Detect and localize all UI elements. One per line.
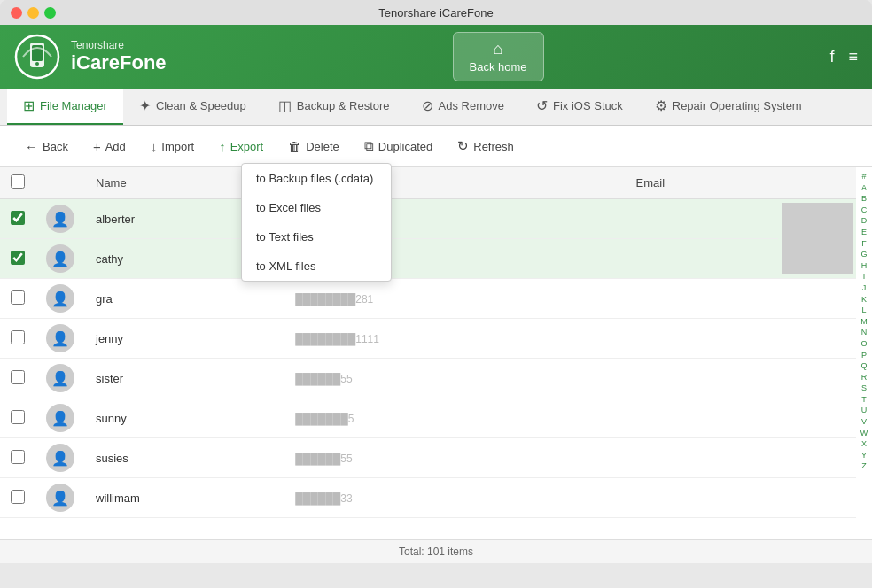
alpha-letter-x[interactable]: X	[861, 438, 867, 450]
row-checkbox[interactable]	[11, 251, 25, 265]
alpha-letter-n[interactable]: N	[861, 327, 868, 338]
table-row: 👤 jenny ████████1111	[0, 319, 856, 359]
phone-blurred: ████████281	[295, 293, 373, 306]
row-checkbox[interactable]	[11, 450, 25, 464]
tab-fix-ios[interactable]: ↺ Fix iOS Stuck	[520, 89, 639, 125]
export-option-excel[interactable]: to Excel files	[242, 193, 391, 222]
tab-file-manager-label: File Manager	[40, 99, 107, 112]
repair-icon: ⚙	[655, 97, 667, 114]
contacts-table: Name Phone Email 👤	[0, 167, 856, 518]
row-checkbox[interactable]	[11, 330, 25, 344]
titlebar: Tenorshare iCareFone	[0, 0, 872, 25]
row-email	[626, 319, 778, 359]
row-checkbox[interactable]	[11, 370, 25, 384]
import-button[interactable]: ↓ Import	[140, 134, 205, 159]
backup-icon: ◫	[278, 97, 292, 114]
alpha-letter-a[interactable]: A	[861, 182, 867, 194]
alpha-letter-s[interactable]: S	[861, 383, 867, 394]
alpha-letter-o[interactable]: O	[860, 338, 867, 350]
alpha-letter-y[interactable]: Y	[861, 450, 867, 461]
tab-backup-restore[interactable]: ◫ Backup & Restore	[262, 89, 406, 125]
row-avatar-cell: 👤	[35, 438, 85, 478]
toolbar: ← Back + Add ↓ Import ↑ Export 🗑 Delete …	[0, 126, 872, 167]
add-icon: +	[93, 139, 101, 154]
svg-point-3	[35, 62, 39, 66]
alpha-letter-g[interactable]: G	[860, 249, 867, 260]
row-checkbox[interactable]	[11, 290, 25, 305]
alpha-letter-c[interactable]: C	[861, 205, 868, 216]
row-checkbox-cell	[0, 398, 35, 438]
window-controls[interactable]	[11, 7, 56, 19]
alpha-letter-k[interactable]: K	[861, 294, 867, 306]
refresh-button[interactable]: ↻ Refresh	[447, 133, 525, 159]
alpha-letter-e[interactable]: E	[861, 227, 867, 238]
export-label: Export	[230, 140, 264, 153]
alpha-letter-#[interactable]: #	[861, 171, 866, 182]
row-phone: ████████1111	[284, 319, 625, 359]
duplicated-button[interactable]: ⧉ Duplicated	[354, 133, 443, 159]
export-button[interactable]: ↑ Export	[208, 134, 274, 159]
maximize-button[interactable]	[44, 7, 56, 19]
export-option-cdata[interactable]: to Backup files (.cdata)	[242, 164, 391, 193]
avatar: 👤	[46, 324, 74, 352]
alpha-letter-b[interactable]: B	[861, 193, 867, 205]
alpha-letter-r[interactable]: R	[861, 372, 868, 383]
tab-repair-os[interactable]: ⚙ Repair Operating System	[639, 89, 818, 125]
table-wrapper[interactable]: Name Phone Email 👤	[0, 167, 856, 539]
alpha-letter-h[interactable]: H	[861, 260, 868, 272]
alpha-letter-w[interactable]: W	[860, 428, 868, 439]
alphabet-sidebar[interactable]: #ABCDEFGHIJKLMNOPQRSTUVWXYZ	[856, 167, 872, 539]
select-all-checkbox[interactable]	[11, 174, 25, 189]
header-avatar-preview	[778, 167, 856, 199]
row-checkbox[interactable]	[11, 490, 25, 504]
facebook-icon[interactable]: f	[829, 48, 834, 66]
row-name: sunny	[85, 398, 284, 438]
add-label: Add	[105, 140, 126, 153]
row-checkbox-cell	[0, 478, 35, 518]
alpha-letter-z[interactable]: Z	[861, 460, 867, 472]
file-manager-icon: ⊞	[23, 97, 35, 114]
row-name: sister	[85, 359, 284, 398]
alpha-letter-p[interactable]: P	[861, 350, 867, 361]
alpha-letter-j[interactable]: J	[862, 282, 867, 294]
tab-ads-remove[interactable]: ⊘ Ads Remove	[406, 89, 520, 125]
table-row: 👤 sister ██████55	[0, 359, 856, 398]
menu-icon[interactable]: ≡	[848, 48, 858, 66]
status-bar: Total: 101 items	[0, 539, 872, 563]
alpha-letter-v[interactable]: V	[861, 416, 867, 428]
back-button[interactable]: ← Back	[14, 134, 79, 159]
export-dropdown: to Backup files (.cdata) to Excel files …	[241, 163, 392, 282]
minimize-button[interactable]	[27, 7, 39, 19]
row-email	[626, 478, 778, 518]
row-phone: ████████281	[284, 279, 625, 319]
table-header: Name Phone Email	[0, 167, 856, 199]
duplicated-label: Duplicated	[378, 140, 432, 153]
alpha-letter-i[interactable]: I	[863, 271, 866, 282]
row-checkbox[interactable]	[11, 211, 25, 225]
alpha-letter-d[interactable]: D	[861, 215, 868, 227]
export-option-xml[interactable]: to XML files	[242, 251, 391, 281]
alpha-letter-m[interactable]: M	[860, 316, 868, 328]
tab-file-manager[interactable]: ⊞ File Manager	[7, 89, 123, 125]
alpha-letter-t[interactable]: T	[861, 394, 867, 406]
add-button[interactable]: + Add	[82, 134, 136, 159]
alpha-letter-u[interactable]: U	[861, 405, 868, 416]
alpha-letter-f[interactable]: F	[861, 238, 867, 250]
avatar: 👤	[46, 444, 74, 472]
row-phone: ██████55	[284, 438, 625, 478]
row-checkbox[interactable]	[11, 410, 25, 424]
tab-clean-speedup[interactable]: ✦ Clean & Speedup	[123, 89, 262, 125]
phone-blurred: ██████33	[295, 492, 352, 505]
back-home-button[interactable]: ⌂ Back home	[453, 32, 544, 81]
tab-clean-speedup-label: Clean & Speedup	[156, 99, 246, 112]
clean-icon: ✦	[139, 97, 151, 114]
alpha-letter-q[interactable]: Q	[860, 360, 867, 372]
export-option-text[interactable]: to Text files	[242, 222, 391, 251]
row-checkbox-cell	[0, 279, 35, 319]
avatar: 👤	[46, 205, 74, 233]
row-checkbox-cell	[0, 438, 35, 478]
delete-button[interactable]: 🗑 Delete	[277, 134, 350, 159]
alpha-letter-l[interactable]: L	[861, 305, 866, 316]
main-content: Name Phone Email 👤	[0, 167, 856, 539]
close-button[interactable]	[11, 7, 22, 19]
